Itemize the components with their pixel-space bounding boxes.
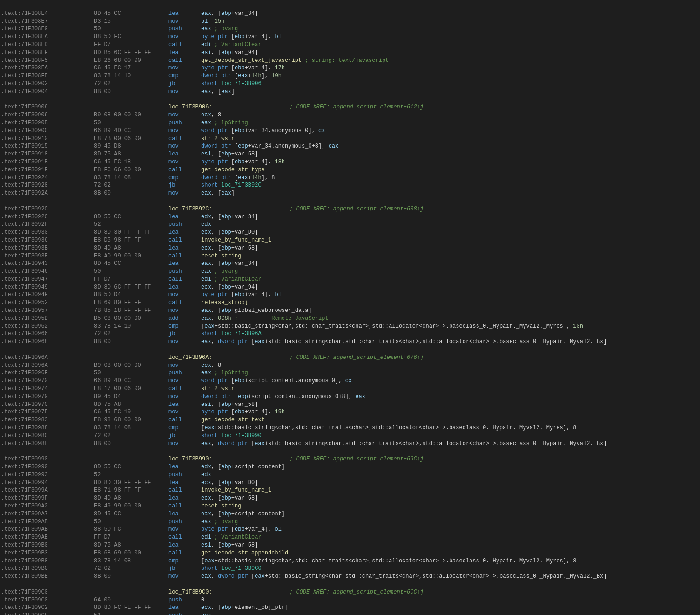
bytes-col: E8 17 0D 06 00 [94,385,168,393]
addr-col: .text:71F308EA [1,33,94,41]
addr-col: .text:71F30968 [1,338,94,346]
bytes-col: 7B 85 18 FF FF FF [94,307,168,315]
asm-line: .text:71F3095DD5 C8 00 00 00addeax, 0C8h… [0,315,700,323]
asm-line: .text:71F309B883 78 14 08cmp[eax+std::ba… [0,557,700,565]
bytes-col: 8D 75 A8 [94,150,168,158]
mnem-col: call [168,534,201,541]
asm-line: .text:71F30910E8 7B 00 06 00callstr_2_ws… [0,135,700,143]
mnem-col: lea [168,541,201,549]
bytes-col: 83 78 14 08 [94,424,168,432]
mnem-col: lea [168,150,201,158]
asm-line [0,346,700,354]
mnem-col: mov [168,338,201,346]
ops-col: eax, dword ptr [eax+std::basic_string<ch… [201,573,699,581]
bytes-col: 8B 00 [94,440,168,448]
ops-col: get_decode_str_appendchild [201,549,699,557]
bytes-col: 6A 00 [94,596,168,604]
asm-line: .text:71F309AB50pusheax ; pvarg [0,518,700,526]
mnem-col: cmp [168,323,201,331]
addr-col: .text:71F3093E [1,252,94,260]
ops-col: ecx, [ebp+var_58] [201,494,699,502]
mnem-col: mov [168,291,201,299]
ops-col: release_strobj [201,299,699,307]
bytes-col: 8D 8D FC FE FF FF [94,604,168,612]
asm-line: .text:71F3096Aloc_71F3B96A:; CODE XREF: … [0,354,700,362]
addr-col: .text:71F30915 [1,142,94,150]
ops-col: edx, [ebp+var_34] [201,213,699,221]
bytes-col: 8B 00 [94,88,168,96]
asm-line: .text:71F30983E8 98 68 00 00callget_deco… [0,416,700,424]
ops-col: short loc_71F3B906 [201,80,699,88]
mnem-col: mov [168,127,201,135]
asm-line: .text:71F3097989 45 D4movdword ptr [ebp+… [0,393,700,401]
mnem-col: mov [168,526,201,534]
ops-col: eax, [eax] [201,189,699,197]
disassembly-view: .text:71F308E48D 45 CCleaeax, [ebp+var_3… [0,0,700,615]
mnem-col: mov [168,440,201,448]
addr-col: .text:71F30974 [1,385,94,393]
bytes-col: 8D 75 A8 [94,401,168,409]
bytes-col: E8 AD 99 00 00 [94,252,168,260]
ops-col: edx [201,221,699,229]
asm-line: .text:71F308EDFF D7calledi ; VariantClea… [0,41,700,49]
asm-line: .text:71F3099F8D 4D A8leaecx, [ebp+var_5… [0,494,700,502]
addr-col: .text:71F30970 [1,377,94,385]
ops-col: [eax+std::basic_string<char,std::char_tr… [201,323,699,331]
addr-col: .text:71F3090C [1,127,94,135]
bytes-col: 83 78 14 10 [94,323,168,331]
addr-col: .text:71F30966 [1,330,94,338]
ops-col: str_2_wstr [201,135,699,143]
mnem-col: push [168,471,201,479]
ops-col: ecx [201,612,699,615]
addr-col: .text:71F3094F [1,291,94,299]
ops-col: eax ; lpString [201,369,699,377]
ops-col: invoke_by_func_name_1 [201,487,699,494]
ops-col: dword ptr [ebp+var_34.anonymous_0+8], ea… [201,142,699,150]
mnem-col: push [168,518,201,526]
bytes-col: E8 7B 00 06 00 [94,135,168,143]
addr-col: .text:71F308F5 [1,57,94,65]
addr-col: .text:71F308E4 [1,10,94,18]
asm-line [0,581,700,588]
asm-line: .text:71F309688B 00moveax, dword ptr [ea… [0,338,700,346]
mnem-col: lea [168,463,201,471]
addr-col: .text:71F3092F [1,221,94,229]
mnem-col: mov [168,393,201,401]
asm-line: .text:71F3091589 45 D8movdword ptr [ebp+… [0,142,700,150]
asm-line: .text:71F3094650pusheax ; pvarg [0,268,700,276]
ops-col: eax ; pvarg [201,25,699,33]
ops-col: esi, [ebp+var_94] [201,49,699,57]
bytes-col: 8D 4D A8 [94,494,168,502]
mnem-col: push [168,25,201,33]
bytes-col: 89 45 D4 [94,393,168,401]
mnem-col: call [168,549,201,557]
mnem-col: lea [168,604,201,612]
asm-line: .text:71F3097C8D 75 A8leaesi, [ebp+var_5… [0,401,700,409]
mnem-col: call [168,237,201,244]
bytes-col: E8 D5 98 FF FF [94,237,168,244]
bytes-col: 51 [94,612,168,615]
asm-line: .text:71F3092Cloc_71F3B92C:; CODE XREF: … [0,205,700,213]
asm-line: .text:71F3090C66 89 4D CCmovword ptr [eb… [0,127,700,135]
bytes-col: 8B 00 [94,189,168,197]
bytes-col: E8 69 80 FF FF [94,299,168,307]
mnem-col: call [168,252,201,260]
label-col: loc_71F3B92C: [168,205,289,213]
bytes-col: 8D 55 CC [94,463,168,471]
bytes-col: 8D 4D A8 [94,244,168,252]
mnem-col: call [168,385,201,393]
ops-col: reset_string [201,502,699,510]
addr-col: .text:71F309B8 [1,557,94,565]
mnem-col: push [168,221,201,229]
ops-col: eax ; lpString [201,119,699,127]
addr-col: .text:71F3097C [1,401,94,409]
asm-line: .text:71F309C06A 00push0 [0,596,700,604]
asm-line: .text:71F308EA88 5D FCmovbyte ptr [ebp+v… [0,33,700,41]
ops-col: esi, [ebp+var_58] [201,150,699,158]
addr-col: .text:71F3098C [1,432,94,440]
mnem-col: call [168,487,201,494]
asm-line: .text:71F30952E8 69 80 FF FFcallrelease_… [0,299,700,307]
ops-col: ecx, 8 [201,362,699,370]
asm-line: .text:71F3092F52pushedx [0,221,700,229]
addr-col: .text:71F30990 [1,455,94,463]
